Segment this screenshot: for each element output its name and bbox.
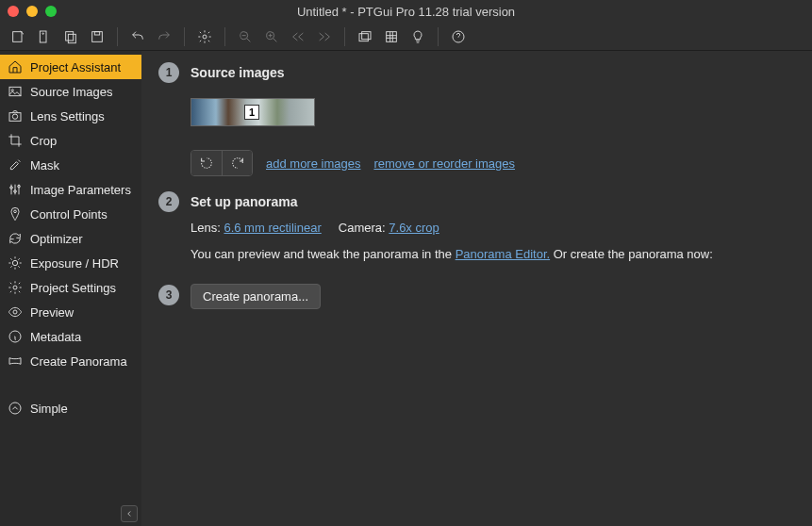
rotate-cw-button[interactable]: [222, 151, 252, 175]
step-2-header: 2 Set up panorama: [158, 191, 795, 212]
skip-forward-icon[interactable]: [314, 26, 335, 47]
step-badge-3: 3: [158, 285, 179, 305]
svg-rect-4: [68, 34, 75, 42]
add-more-images-link[interactable]: add more images: [266, 156, 360, 171]
lens-camera-line: Lens: 6.6 mm rectilinear Camera: 7.6x cr…: [191, 218, 795, 238]
toolbar-separator: [117, 27, 118, 46]
sidebar-item-label: Preview: [30, 305, 74, 320]
sidebar-item-label: Simple: [30, 402, 68, 416]
zoom-in-icon[interactable]: [261, 26, 282, 47]
info-icon: [8, 329, 23, 344]
sidebar-item-label: Project Assistant: [30, 60, 121, 74]
sidebar-item-metadata[interactable]: Metadata: [0, 324, 141, 349]
sidebar-item-mask[interactable]: Mask: [0, 153, 141, 177]
step-2-body: Lens: 6.6 mm rectilinear Camera: 7.6x cr…: [191, 218, 795, 265]
sidebar-item-image-parameters[interactable]: Image Parameters: [0, 177, 141, 202]
close-window-button[interactable]: [8, 6, 19, 17]
toolbar-separator: [224, 27, 225, 46]
step-badge-2: 2: [158, 191, 179, 212]
svg-point-23: [13, 286, 17, 289]
svg-rect-0: [13, 31, 22, 41]
svg-point-21: [14, 210, 17, 213]
sidebar-item-optimizer[interactable]: Optimizer: [0, 226, 141, 251]
eye-icon: [8, 304, 23, 320]
sidebar-item-label: Mask: [30, 158, 59, 173]
window-title: Untitled * - PTGui Pro 11.28 trial versi…: [0, 5, 812, 19]
preview-text-1: You can preview and tweak the panorama i…: [191, 247, 456, 261]
hint-icon[interactable]: [407, 26, 428, 47]
pin-icon: [8, 206, 23, 222]
svg-rect-3: [66, 31, 74, 40]
sidebar: Project Assistant Source Images Lens Set…: [0, 51, 141, 526]
panorama-editor-link[interactable]: Panorama Editor.: [456, 247, 550, 261]
save-project-icon[interactable]: [60, 26, 81, 47]
titlebar: Untitled * - PTGui Pro 11.28 trial versi…: [0, 0, 812, 23]
panorama-editor-icon[interactable]: [355, 26, 375, 47]
svg-rect-12: [387, 31, 397, 41]
maximize-window-button[interactable]: [45, 6, 57, 17]
zoom-out-icon[interactable]: [235, 26, 256, 47]
rotate-group: [191, 150, 253, 176]
lens-value-link[interactable]: 6.6 mm rectilinear: [224, 221, 321, 235]
svg-rect-6: [94, 31, 99, 34]
camera-value-link[interactable]: 7.6x crop: [389, 221, 439, 235]
chevron-left-icon: [124, 509, 134, 518]
toolbar: [0, 23, 812, 51]
image-icon: [8, 84, 23, 99]
redo-icon[interactable]: [154, 26, 174, 47]
settings-icon[interactable]: [194, 26, 215, 47]
minimize-window-button[interactable]: [26, 6, 38, 17]
new-project-icon[interactable]: [8, 26, 28, 47]
sidebar-item-project-assistant[interactable]: Project Assistant: [0, 55, 141, 79]
app-window: Untitled * - PTGui Pro 11.28 trial versi…: [0, 0, 812, 526]
skip-back-icon[interactable]: [288, 26, 308, 47]
toolbar-separator: [184, 27, 185, 46]
window-controls: [8, 6, 57, 17]
sidebar-item-label: Optimizer: [30, 232, 83, 246]
open-project-icon[interactable]: [34, 26, 55, 47]
svg-rect-11: [362, 31, 371, 39]
sidebar-bottom: [0, 501, 141, 526]
toolbar-separator: [344, 27, 345, 46]
sidebar-item-crop[interactable]: Crop: [0, 128, 141, 153]
undo-icon[interactable]: [127, 26, 148, 47]
image-actions-row: add more images remove or reorder images: [191, 150, 795, 176]
step-badge-1: 1: [158, 62, 179, 83]
main-content: 1 Source images 1: [141, 51, 812, 526]
sidebar-item-simple[interactable]: Simple: [0, 396, 141, 420]
sidebar-item-label: Image Parameters: [30, 183, 131, 197]
sidebar-item-control-points[interactable]: Control Points: [0, 202, 141, 226]
camera-icon: [8, 108, 23, 123]
source-image-thumbnail[interactable]: 1: [191, 98, 315, 126]
body: Project Assistant Source Images Lens Set…: [0, 51, 812, 526]
home-icon: [8, 59, 23, 74]
sidebar-item-label: Source Images: [30, 85, 112, 99]
sidebar-item-project-settings[interactable]: Project Settings: [0, 275, 141, 300]
save-as-icon[interactable]: [87, 26, 108, 47]
gear-icon: [8, 280, 23, 295]
rotate-ccw-button[interactable]: [191, 151, 222, 175]
remove-reorder-images-link[interactable]: remove or reorder images: [373, 156, 515, 171]
refresh-icon: [8, 231, 23, 246]
sidebar-item-preview[interactable]: Preview: [0, 300, 141, 324]
help-icon[interactable]: [448, 26, 469, 47]
svg-rect-5: [92, 31, 103, 41]
svg-point-22: [12, 260, 17, 265]
sidebar-item-lens-settings[interactable]: Lens Settings: [0, 104, 141, 128]
chevron-up-circle-icon: [8, 401, 23, 416]
collapse-sidebar-button[interactable]: [121, 505, 138, 522]
grid-icon[interactable]: [381, 26, 402, 47]
svg-point-26: [9, 403, 21, 414]
step-1-title: Source images: [191, 65, 285, 80]
sidebar-item-exposure-hdr[interactable]: Exposure / HDR: [0, 251, 141, 275]
sidebar-item-label: Crop: [30, 134, 57, 148]
sidebar-item-create-panorama[interactable]: Create Panorama: [0, 349, 141, 373]
sidebar-item-label: Create Panorama: [30, 354, 127, 369]
thumbnail-area: 1: [191, 98, 795, 129]
rotate-cw-icon: [230, 156, 245, 171]
create-panorama-button[interactable]: Create panorama...: [191, 284, 321, 309]
preview-text-line: You can preview and tweak the panorama i…: [191, 244, 795, 265]
sidebar-item-label: Lens Settings: [30, 109, 105, 123]
thumbnail-index: 1: [244, 105, 259, 120]
sidebar-item-source-images[interactable]: Source Images: [0, 79, 141, 104]
